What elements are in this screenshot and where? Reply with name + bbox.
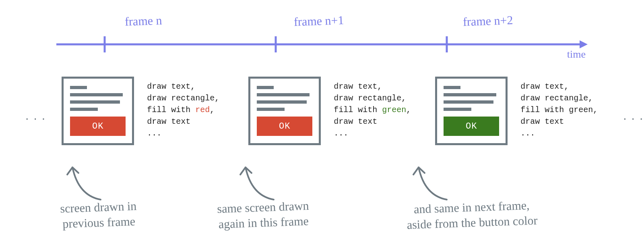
annotation-text-1: screen drawn inprevious frame: [60, 198, 137, 231]
ok-button-red: OK: [257, 117, 312, 136]
code-line: draw text: [520, 116, 609, 127]
text-lines: [257, 86, 312, 111]
code-line: draw rectangle,: [147, 92, 235, 104]
text-line: [257, 93, 310, 96]
code-line: fill with red,: [147, 104, 235, 116]
ok-button-green: OK: [444, 117, 499, 136]
ok-button-red: OK: [70, 117, 126, 136]
code-line: draw rectangle,: [520, 92, 609, 104]
annotation-arrow: [58, 155, 107, 204]
draw-commands-n: draw text, draw rectangle, fill with red…: [147, 77, 235, 139]
text-line: [257, 108, 285, 111]
code-line: ...: [147, 127, 235, 139]
screen-frame-n1: OK: [248, 77, 321, 145]
frames-row: ... OK draw text, draw rectangle, fill w…: [24, 77, 644, 145]
ellipsis-right: ...: [622, 112, 644, 123]
draw-commands-n2: draw text, draw rectangle, fill with gre…: [520, 77, 609, 139]
annotation-arrow: [231, 155, 280, 204]
ellipsis-left: ...: [24, 112, 49, 123]
text-line: [444, 93, 496, 96]
text-line: [257, 86, 273, 89]
frame-label-n1: frame n+1: [293, 13, 344, 29]
code-line: draw text: [147, 116, 235, 127]
code-line: fill with green,: [334, 104, 422, 116]
code-line: fill with green,: [520, 104, 609, 116]
code-line: ...: [520, 127, 609, 139]
code-line: draw text,: [147, 81, 235, 92]
screen-frame-n2: OK: [435, 77, 508, 145]
code-line: draw rectangle,: [334, 92, 422, 104]
color-keyword-green: green: [382, 105, 406, 115]
text-line: [444, 86, 460, 89]
color-keyword: green: [569, 105, 593, 115]
text-line: [70, 108, 98, 111]
text-lines: [444, 86, 499, 111]
code-line: draw text: [334, 116, 422, 127]
text-line: [444, 100, 493, 104]
timeline-arrow: [56, 34, 588, 54]
text-line: [257, 100, 307, 104]
text-line: [70, 93, 123, 96]
code-line: ...: [334, 127, 422, 139]
color-keyword-red: red: [195, 105, 210, 115]
text-lines: [70, 86, 126, 111]
annotation-arrow: [405, 155, 453, 204]
text-line: [444, 108, 471, 111]
text-line: [70, 100, 120, 104]
svg-marker-1: [580, 40, 588, 48]
frame-label-n2: frame n+2: [462, 13, 513, 29]
code-line: draw text,: [520, 81, 609, 92]
code-line: draw text,: [334, 81, 422, 92]
text-line: [70, 86, 87, 89]
annotation-text-3: and same in next frame,aside from the bu…: [406, 197, 538, 232]
annotation-text-2: same screen drawnagain in this frame: [217, 198, 310, 231]
draw-commands-n1: draw text, draw rectangle, fill with gre…: [334, 77, 422, 139]
frame-label-n: frame n: [124, 13, 162, 28]
screen-frame-n: OK: [62, 77, 134, 145]
